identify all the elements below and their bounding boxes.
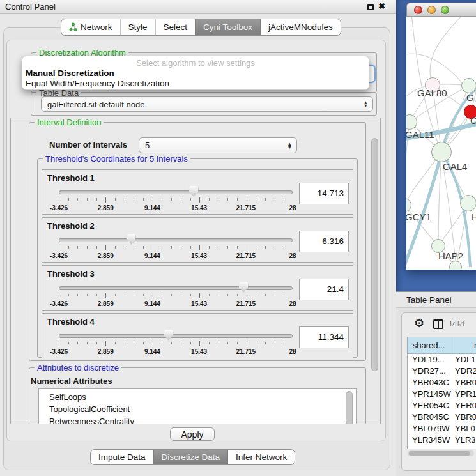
column-header-shared-name[interactable]: shared... bbox=[408, 337, 450, 354]
list-item[interactable]: TopologicalCoefficient bbox=[49, 403, 356, 415]
threshold-slider-handle[interactable] bbox=[239, 282, 249, 293]
apply-button[interactable]: Apply bbox=[170, 427, 215, 441]
list-item[interactable]: SelfLoops bbox=[49, 391, 356, 403]
tab-infer-network[interactable]: Infer Network bbox=[227, 450, 295, 464]
column-header-name[interactable]: n bbox=[450, 337, 476, 354]
zoom-traffic-light-icon[interactable] bbox=[441, 6, 449, 14]
minimize-traffic-light-icon[interactable] bbox=[427, 6, 436, 14]
table-cell[interactable]: YDL1 bbox=[455, 354, 476, 365]
table-cell[interactable]: YBR043C bbox=[412, 377, 449, 388]
threshold-slider-handle[interactable] bbox=[164, 330, 174, 341]
network-node-h[interactable] bbox=[460, 195, 476, 211]
threshold-3-slider[interactable]: -3.426 2.859 9.144 15.43 21.715 28 bbox=[59, 281, 293, 309]
threshold-coordinates-title: Threshold's Coordinates for 5 Intervals bbox=[43, 154, 190, 164]
control-panel-tabs: Network Style Select Cyni Toolbox jActiv… bbox=[61, 19, 341, 36]
network-node-gal4[interactable] bbox=[431, 142, 452, 162]
tick-label: 2.859 bbox=[98, 300, 114, 307]
table-cell[interactable]: YBR045C bbox=[412, 411, 449, 423]
slider-track[interactable] bbox=[59, 286, 293, 290]
algorithm-popup-prompt[interactable]: Select algorithm to view settings bbox=[22, 58, 369, 68]
tick-label: 2.859 bbox=[98, 204, 114, 211]
threshold-value-field[interactable]: 21.4 bbox=[299, 279, 349, 300]
table-cell[interactable]: YBR0 bbox=[455, 411, 476, 423]
threshold-1-box: Threshold 1 -3.426 2.859 9.144 15.43 21.… bbox=[42, 169, 353, 215]
table-cell[interactable]: YDL19... bbox=[412, 354, 445, 365]
tab-network-label: Network bbox=[81, 22, 112, 32]
table-cell[interactable]: YER054C bbox=[412, 400, 449, 411]
table-cell[interactable]: YLR3 bbox=[455, 434, 476, 446]
table-cell[interactable]: YIL0 bbox=[455, 446, 472, 449]
cyni-mode-tabs: Impute Data Discretize Data Infer Networ… bbox=[90, 449, 295, 465]
threshold-value-field[interactable]: 11.344 bbox=[299, 326, 349, 348]
table-cell[interactable]: YER0 bbox=[455, 400, 476, 411]
close-icon[interactable]: ✖ bbox=[378, 1, 385, 11]
tab-impute-data[interactable]: Impute Data bbox=[91, 450, 153, 464]
tick-label: -3.426 bbox=[50, 204, 68, 211]
slider-track[interactable] bbox=[59, 334, 293, 338]
slider-track[interactable] bbox=[59, 238, 293, 242]
table-hscrollbar[interactable] bbox=[408, 450, 474, 456]
vertical-scrollbar-thumb[interactable] bbox=[371, 138, 378, 371]
algorithm-dropdown-popup: Select algorithm to view settings Manual… bbox=[22, 56, 369, 90]
threshold-value-field[interactable]: 6.316 bbox=[299, 231, 349, 252]
tick-label: 2.859 bbox=[98, 348, 114, 355]
list-scrollbar-thumb[interactable] bbox=[346, 391, 353, 424]
table-cell[interactable]: YPR145W bbox=[412, 388, 451, 400]
tab-discretize-data[interactable]: Discretize Data bbox=[153, 450, 228, 464]
table-cell[interactable]: YDR2 bbox=[455, 365, 476, 377]
number-of-intervals-label: Number of Intervals bbox=[49, 140, 127, 150]
threshold-value-field[interactable]: 14.713 bbox=[299, 183, 349, 204]
float-window-icon[interactable] bbox=[367, 4, 374, 10]
algorithm-option-equal-width[interactable]: Equal Width/Frequency Discretization bbox=[22, 79, 369, 89]
node-label-c: C bbox=[470, 115, 476, 126]
table-cell[interactable]: YLR345W bbox=[412, 434, 450, 446]
threshold-1-label: Threshold 1 bbox=[47, 173, 95, 183]
threshold-1-slider[interactable]: -3.426 2.859 9.144 15.43 21.715 28 bbox=[59, 185, 293, 213]
tab-jactivemnodules[interactable]: jActiveMNodules bbox=[260, 19, 341, 35]
network-view-window[interactable]: GAL80 G C GAL11 GAL4 GCY1 H HAP2 bbox=[406, 3, 476, 270]
table-data-combobox[interactable]: galFiltered.sif default node ▲▼ bbox=[41, 96, 373, 112]
table-cell[interactable]: YPR1 bbox=[455, 388, 476, 400]
tick-label: 28 bbox=[289, 204, 296, 211]
table-data-combobox-value: galFiltered.sif default node bbox=[47, 100, 144, 109]
select-columns-icon[interactable]: ☑☑ bbox=[450, 319, 465, 328]
threshold-4-slider[interactable]: -3.426 2.859 9.144 15.43 21.715 28 bbox=[59, 329, 293, 357]
threshold-2-slider[interactable]: -3.426 2.859 9.144 15.43 21.715 28 bbox=[59, 233, 293, 261]
network-window-titlebar[interactable] bbox=[406, 3, 476, 17]
tick-label: 28 bbox=[289, 300, 296, 307]
tick-label: -3.426 bbox=[50, 252, 68, 259]
table-cell[interactable]: YBR0 bbox=[455, 377, 476, 388]
network-icon bbox=[69, 22, 77, 32]
table-cell[interactable]: YDR27... bbox=[412, 365, 446, 377]
gear-icon[interactable]: ⚙ bbox=[414, 316, 424, 330]
column-header-label: shared... bbox=[413, 341, 445, 350]
tab-style[interactable]: Style bbox=[120, 19, 155, 35]
network-canvas[interactable]: GAL80 G C GAL11 GAL4 GCY1 H HAP2 bbox=[406, 17, 476, 270]
number-of-intervals-combobox[interactable]: 5 ▲▼ bbox=[139, 137, 297, 153]
tab-network[interactable]: Network bbox=[61, 19, 120, 35]
close-traffic-light-icon[interactable] bbox=[414, 6, 422, 14]
table-cell[interactable]: YBL0 bbox=[455, 423, 475, 434]
tab-select[interactable]: Select bbox=[155, 19, 196, 35]
table-cell[interactable]: YIL052C bbox=[412, 446, 445, 449]
tab-cyni-toolbox-label: Cyni Toolbox bbox=[203, 22, 252, 32]
threshold-3-box: Threshold 3 -3.426 2.859 9.144 15.43 21.… bbox=[42, 265, 353, 311]
slider-track[interactable] bbox=[59, 190, 293, 194]
attributes-group: Attributes to discretize Numerical Attri… bbox=[29, 367, 366, 424]
table-hscrollbar-thumb[interactable] bbox=[409, 451, 470, 456]
split-columns-icon[interactable] bbox=[433, 319, 443, 329]
table-cell[interactable]: YBL079W bbox=[412, 423, 450, 434]
tab-select-label: Select bbox=[164, 22, 188, 32]
tick-label: 15.43 bbox=[191, 204, 207, 211]
interval-definition-title: Interval Definition bbox=[35, 118, 104, 127]
tab-infer-network-label: Infer Network bbox=[236, 452, 287, 462]
tab-cyni-toolbox[interactable]: Cyni Toolbox bbox=[195, 19, 260, 35]
algorithm-option-manual[interactable]: Manual Discretization bbox=[22, 68, 369, 79]
node-label-hap2: HAP2 bbox=[438, 250, 463, 261]
network-node-bottom[interactable] bbox=[449, 261, 462, 270]
list-item[interactable]: BetweennessCentrality bbox=[49, 415, 356, 424]
network-node-g[interactable] bbox=[461, 78, 476, 93]
threshold-slider-handle[interactable] bbox=[127, 234, 136, 245]
threshold-slider-handle[interactable] bbox=[189, 186, 199, 197]
numerical-attributes-label: Numerical Attributes bbox=[31, 376, 112, 386]
